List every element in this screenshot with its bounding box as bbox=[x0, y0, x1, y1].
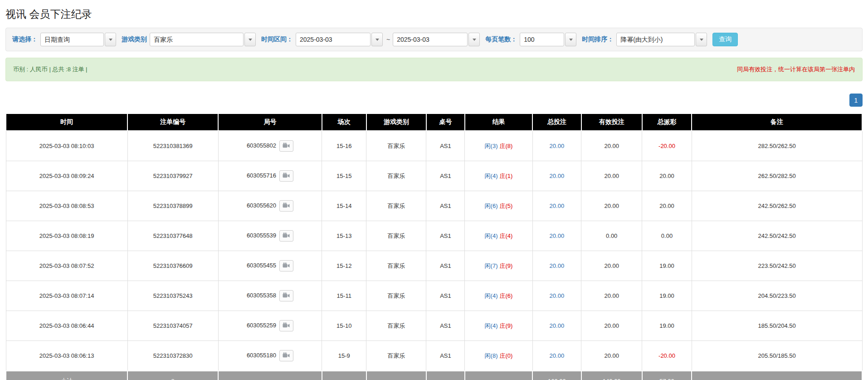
video-camera-icon bbox=[283, 322, 290, 330]
footer-cell-6 bbox=[465, 371, 532, 380]
column-header-1: 注单编号 bbox=[127, 114, 218, 131]
round-video-button[interactable] bbox=[279, 260, 293, 271]
round-video-button[interactable] bbox=[279, 170, 293, 182]
round-video-button[interactable] bbox=[279, 200, 293, 212]
total-bet-link[interactable]: 20.00 bbox=[550, 232, 565, 239]
cell-payout: 19.00 bbox=[642, 281, 692, 311]
column-header-6: 结果 bbox=[465, 114, 532, 131]
result-banker: 庄(1) bbox=[500, 173, 513, 179]
round-video-button[interactable] bbox=[279, 350, 293, 361]
sort-order-value[interactable]: 降幂(由大到小) bbox=[616, 33, 695, 46]
filter-bar: 请选择： 日期查询 游戏类别 百家乐 时间区间： 2025-03-03 ~ 20… bbox=[5, 28, 863, 51]
game-type-combo: 百家乐 bbox=[150, 33, 256, 46]
result-player: 闲(3) bbox=[485, 143, 498, 149]
date-range-label: 时间区间： bbox=[261, 35, 293, 44]
summary-info: 币别 : 人民币 | 总共 :8 注单 | bbox=[13, 65, 88, 74]
cell-total-bet: 20.00 bbox=[532, 281, 581, 311]
result-banker: 庄(8) bbox=[500, 143, 513, 149]
chevron-down-icon bbox=[249, 39, 252, 41]
round-video-button[interactable] bbox=[279, 320, 293, 331]
cell-table-no: AS1 bbox=[426, 191, 465, 221]
cell-valid-bet: 20.00 bbox=[581, 191, 642, 221]
sort-order-dropdown-arrow[interactable] bbox=[696, 33, 707, 46]
cell-total-bet: 20.00 bbox=[532, 131, 581, 161]
cell-payout: 20.00 bbox=[642, 161, 692, 191]
cell-remark: 185.50/204.50 bbox=[692, 311, 862, 341]
footer-cell-9: 57.00 bbox=[642, 371, 692, 380]
cell-round-id: 603055358 bbox=[218, 281, 322, 311]
page-size-dropdown-arrow[interactable] bbox=[565, 33, 576, 46]
date-from-picker: 2025-03-03 bbox=[296, 33, 383, 46]
game-type-value[interactable]: 百家乐 bbox=[150, 33, 244, 46]
video-camera-icon bbox=[283, 292, 290, 300]
cell-game-type: 百家乐 bbox=[366, 161, 426, 191]
betting-records-page: 视讯 会员下注纪录 请选择： 日期查询 游戏类别 百家乐 时间区间： 2025-… bbox=[0, 0, 868, 380]
cell-time: 2025-03-03 08:08:53 bbox=[6, 191, 127, 221]
cell-bet-id: 522310381369 bbox=[127, 131, 218, 161]
page-size-label: 每页笔数： bbox=[485, 35, 517, 44]
cell-result: 闲(4)庄(6) bbox=[465, 281, 532, 311]
total-bet-link[interactable]: 20.00 bbox=[550, 322, 565, 329]
search-button[interactable]: 查询 bbox=[712, 33, 738, 46]
page-title: 视讯 会员下注纪录 bbox=[5, 7, 863, 21]
game-type-dropdown-arrow[interactable] bbox=[244, 33, 256, 46]
column-header-3: 场次 bbox=[322, 114, 366, 131]
column-header-4: 游戏类别 bbox=[366, 114, 426, 131]
date-from-value[interactable]: 2025-03-03 bbox=[296, 33, 371, 46]
game-type-label: 游戏类别 bbox=[122, 35, 147, 44]
total-bet-link[interactable]: 20.00 bbox=[550, 202, 565, 209]
record-row: 2025-03-03 08:07:14522310375243603055358… bbox=[6, 281, 862, 311]
cell-payout: -20.00 bbox=[642, 131, 692, 161]
cell-bet-id: 522310372830 bbox=[127, 341, 218, 371]
date-from-dropdown-arrow[interactable] bbox=[371, 33, 383, 46]
footer-cell-7: 160.00 bbox=[532, 371, 581, 380]
footer-cell-8: 140.00 bbox=[581, 371, 642, 380]
cell-game-type: 百家乐 bbox=[366, 341, 426, 371]
cell-table-no: AS1 bbox=[426, 281, 465, 311]
chevron-down-icon bbox=[375, 39, 379, 41]
result-player: 闲(8) bbox=[485, 352, 498, 359]
total-bet-link[interactable]: 20.00 bbox=[550, 173, 565, 179]
record-row: 2025-03-03 08:08:53522310378899603055620… bbox=[6, 191, 862, 221]
cell-remark: 223.50/242.50 bbox=[692, 251, 862, 281]
cell-round-id: 603055180 bbox=[218, 341, 322, 371]
payout-value: 20.00 bbox=[659, 173, 674, 179]
footer-cell-5 bbox=[426, 371, 465, 380]
payout-value: 19.00 bbox=[659, 322, 674, 329]
cell-game-type: 百家乐 bbox=[366, 191, 426, 221]
sort-order-label: 时间排序： bbox=[582, 35, 614, 44]
total-bet-link[interactable]: 20.00 bbox=[550, 143, 565, 149]
round-video-button[interactable] bbox=[279, 230, 293, 242]
footer-cell-4 bbox=[366, 371, 426, 380]
chevron-down-icon bbox=[569, 39, 573, 41]
footer-cell-3 bbox=[322, 371, 366, 380]
query-type-dropdown-arrow[interactable] bbox=[105, 33, 116, 46]
total-bet-link[interactable]: 20.00 bbox=[550, 292, 565, 299]
cell-result: 闲(4)庄(4) bbox=[465, 221, 532, 251]
round-video-button[interactable] bbox=[279, 140, 293, 152]
total-bet-link[interactable]: 20.00 bbox=[550, 352, 565, 359]
query-type-value[interactable]: 日期查询 bbox=[40, 33, 104, 46]
cell-table-no: AS1 bbox=[426, 311, 465, 341]
column-header-8: 有效投注 bbox=[581, 114, 642, 131]
page-size-value[interactable]: 100 bbox=[520, 33, 564, 46]
round-video-button[interactable] bbox=[279, 290, 293, 301]
result-player: 闲(4) bbox=[485, 173, 498, 179]
cell-result: 闲(7)庄(9) bbox=[465, 251, 532, 281]
cell-bet-id: 522310379927 bbox=[127, 161, 218, 191]
total-bet-link[interactable]: 20.00 bbox=[550, 262, 565, 269]
date-to-dropdown-arrow[interactable] bbox=[468, 33, 480, 46]
date-to-value[interactable]: 2025-03-03 bbox=[393, 33, 468, 46]
column-header-5: 桌号 bbox=[426, 114, 465, 131]
payout-value: -20.00 bbox=[658, 143, 675, 149]
cell-valid-bet: 0.00 bbox=[581, 221, 642, 251]
page-button-1[interactable]: 1 bbox=[849, 94, 863, 107]
cell-time: 2025-03-03 08:08:19 bbox=[6, 221, 127, 251]
cell-round-id: 603055455 bbox=[218, 251, 322, 281]
footer-cell-2 bbox=[218, 371, 322, 380]
cell-session: 15-12 bbox=[322, 251, 366, 281]
summary-bar: 币别 : 人民币 | 总共 :8 注单 | 同局有效投注，统一计算在该局第一张注… bbox=[5, 58, 863, 81]
result-banker: 庄(5) bbox=[500, 202, 513, 209]
cell-session: 15-9 bbox=[322, 341, 366, 371]
cell-game-type: 百家乐 bbox=[366, 221, 426, 251]
